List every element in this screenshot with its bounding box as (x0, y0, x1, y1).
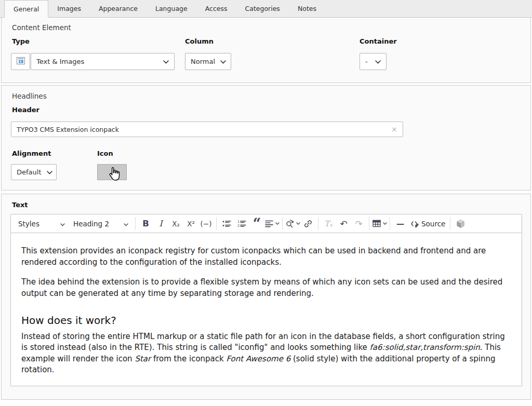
source-code-icon (410, 220, 419, 228)
text-align-button[interactable] (264, 216, 280, 231)
find-and-replace-icon (285, 219, 294, 228)
chevron-down-icon (383, 222, 387, 225)
undo-button[interactable]: ↶ (336, 216, 351, 231)
column-label: Column (185, 37, 214, 45)
type-label: Type (12, 37, 30, 45)
tab-language[interactable]: Language (147, 0, 196, 17)
editor-paragraph: The idea behind the extension is to prov… (21, 277, 511, 299)
styles-dropdown[interactable]: Styles (14, 216, 69, 231)
styles-dropdown-label: Styles (18, 220, 39, 228)
tab-access[interactable]: Access (196, 0, 236, 17)
horizontal-line-button[interactable]: — (393, 216, 408, 231)
header-label: Header (12, 106, 39, 114)
source-button-label: Source (421, 220, 445, 228)
svg-text:2: 2 (237, 223, 240, 227)
toolbar-separator (450, 217, 450, 230)
rte-toolbar: Styles Heading 2 B I X₂ X² (−) (10, 214, 522, 233)
type-select[interactable]: Text & Images (31, 53, 175, 70)
editor-paragraph: This extension provides an iconpack regi… (21, 246, 511, 268)
toolbar-separator (135, 217, 136, 230)
bulleted-list-icon (222, 220, 232, 228)
container-label: Container (360, 37, 397, 45)
chevron-down-icon (296, 222, 300, 225)
iconpack-cube-button[interactable] (453, 216, 468, 231)
redo-button[interactable]: ↷ (351, 216, 366, 231)
type-icon-button[interactable] (11, 53, 30, 70)
insert-table-button[interactable] (372, 216, 387, 231)
toolbar-separator (318, 217, 318, 230)
headlines-section-title: Headlines (12, 92, 47, 100)
superscript-button[interactable]: X² (183, 216, 198, 231)
icon-picker-button[interactable] (97, 164, 127, 180)
clear-header-icon[interactable]: × (391, 126, 397, 133)
type-select-value: Text & Images (36, 58, 84, 65)
alignment-label: Alignment (12, 150, 51, 157)
bold-button[interactable]: B (138, 216, 153, 231)
editor-paragraph: Instead of storing the entire HTML marku… (21, 331, 511, 376)
toolbar-separator (216, 217, 217, 230)
tab-images[interactable]: Images (48, 0, 90, 17)
column-select-value: Normal (191, 58, 215, 65)
tab-appearance[interactable]: Appearance (90, 0, 147, 17)
chevron-down-icon (220, 58, 226, 65)
chevron-down-icon (275, 222, 280, 225)
tab-general[interactable]: General (4, 0, 48, 18)
toolbar-separator (282, 217, 283, 230)
numbered-list-button[interactable]: 1 2 (234, 216, 249, 231)
italic-button[interactable]: I (153, 216, 168, 231)
find-and-replace-button[interactable] (285, 216, 300, 231)
content-element-section-title: Content Element (12, 23, 71, 32)
rich-text-editor: Styles Heading 2 B I X₂ X² (−) (10, 214, 522, 386)
chevron-down-icon (163, 58, 169, 65)
chevron-down-icon (60, 220, 65, 228)
link-button[interactable] (300, 216, 315, 231)
toolbar-separator (369, 217, 369, 230)
headlines-panel: Headlines Header × Alignment Icon Defaul… (1, 85, 531, 191)
content-textpic-icon (17, 57, 25, 67)
text-panel: Text Styles Heading 2 B I X₂ X² (−) (1, 194, 531, 400)
numbered-list-icon: 1 2 (237, 220, 247, 228)
rte-content-area[interactable]: This extension provides an iconpack regi… (10, 233, 522, 386)
chevron-down-icon (47, 168, 52, 176)
form-tab-bar: General Images Appearance Language Acces… (0, 0, 532, 18)
source-button[interactable]: Source (408, 216, 447, 231)
align-left-icon (265, 220, 273, 227)
column-select[interactable]: Normal (185, 53, 231, 70)
blockquote-button[interactable]: “ (249, 216, 264, 231)
content-element-edit-form: General Images Appearance Language Acces… (0, 0, 532, 406)
paragraph-format-dropdown[interactable]: Heading 2 (69, 216, 132, 231)
header-input[interactable] (11, 121, 403, 137)
bulleted-list-button[interactable] (219, 216, 234, 231)
tab-categories[interactable]: Categories (236, 0, 289, 17)
remove-format-button[interactable]: Tₓ (321, 216, 336, 231)
soft-hyphen-button[interactable]: (−) (198, 216, 214, 231)
alignment-select-value: Default (17, 168, 42, 176)
chevron-down-icon (375, 58, 381, 65)
table-icon (373, 220, 381, 227)
text-label: Text (12, 201, 28, 209)
cube-icon (456, 219, 466, 228)
toolbar-separator (390, 217, 390, 230)
icon-label: Icon (97, 150, 113, 157)
content-element-panel: Content Element Type Column Container Te… (1, 18, 531, 83)
link-icon (304, 220, 312, 228)
editor-heading: How does it work? (21, 315, 511, 327)
subscript-button[interactable]: X₂ (168, 216, 183, 231)
tab-notes[interactable]: Notes (289, 0, 325, 17)
container-select-value: - (365, 58, 368, 65)
container-select[interactable]: - (360, 53, 387, 70)
paragraph-format-value: Heading 2 (73, 220, 109, 228)
chevron-down-icon (124, 220, 128, 228)
alignment-select[interactable]: Default (11, 164, 57, 180)
